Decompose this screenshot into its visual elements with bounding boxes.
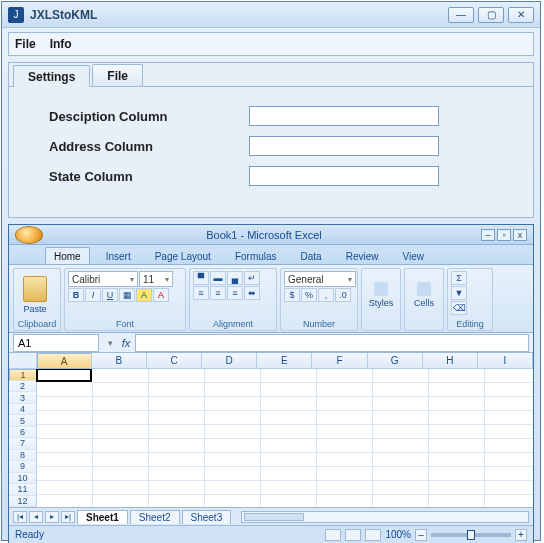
autosum-button[interactable]: Σ <box>451 271 467 285</box>
row-header-4[interactable]: 4 <box>9 404 37 415</box>
col-header-d[interactable]: D <box>202 353 257 368</box>
view-normal-button[interactable] <box>325 529 341 541</box>
fill-color-button[interactable]: A <box>136 288 152 302</box>
sheet-nav-next[interactable]: ▸ <box>45 511 59 523</box>
col-header-g[interactable]: G <box>368 353 423 368</box>
sheet-tabstrip: |◂ ◂ ▸ ▸| Sheet1 Sheet2 Sheet3 <box>9 507 533 525</box>
border-button[interactable]: ▦ <box>119 288 135 302</box>
excel-title: Book1 - Microsoft Excel <box>49 229 479 241</box>
bold-button[interactable]: B <box>68 288 84 302</box>
comma-button[interactable]: , <box>318 288 334 302</box>
align-left-button[interactable]: ≡ <box>193 286 209 300</box>
close-button[interactable]: ✕ <box>508 7 534 23</box>
ribbon-tab-home[interactable]: Home <box>45 247 90 264</box>
col-header-h[interactable]: H <box>423 353 478 368</box>
sheet-tab-2[interactable]: Sheet2 <box>130 510 180 524</box>
maximize-button[interactable]: ▢ <box>478 7 504 23</box>
excel-minimize-button[interactable]: – <box>481 229 495 241</box>
row-header-1[interactable]: 1 <box>9 369 37 381</box>
underline-button[interactable]: U <box>102 288 118 302</box>
col-header-b[interactable]: B <box>92 353 147 368</box>
row-header-10[interactable]: 10 <box>9 473 37 484</box>
horizontal-scrollbar[interactable] <box>241 511 529 523</box>
percent-button[interactable]: % <box>301 288 317 302</box>
group-label-number: Number <box>281 319 357 330</box>
fx-icon[interactable]: fx <box>117 337 135 349</box>
office-button[interactable] <box>15 226 43 244</box>
excel-close-button[interactable]: x <box>513 229 527 241</box>
font-color-button[interactable]: A <box>153 288 169 302</box>
col-header-a[interactable]: A <box>37 353 92 369</box>
ribbon-tab-formulas[interactable]: Formulas <box>227 248 285 264</box>
zoom-out-button[interactable]: – <box>415 529 427 541</box>
font-size-select[interactable]: 11▾ <box>139 271 173 287</box>
col-header-f[interactable]: F <box>312 353 367 368</box>
view-pagelayout-button[interactable] <box>345 529 361 541</box>
align-top-button[interactable]: ▀ <box>193 271 209 285</box>
menu-file[interactable]: File <box>15 37 36 51</box>
zoom-in-button[interactable]: + <box>515 529 527 541</box>
row-header-8[interactable]: 8 <box>9 450 37 461</box>
cells-button[interactable]: Cells <box>408 271 440 319</box>
menu-info[interactable]: Info <box>50 37 72 51</box>
number-format-select[interactable]: General▾ <box>284 271 356 287</box>
row-header-3[interactable]: 3 <box>9 392 37 403</box>
worksheet-grid[interactable]: A B C D E F G H I 1 2 3 4 5 6 7 8 <box>9 353 533 507</box>
ribbon-tab-insert[interactable]: Insert <box>98 248 139 264</box>
name-box-dropdown[interactable]: ▾ <box>103 338 117 348</box>
row-header-9[interactable]: 9 <box>9 461 37 472</box>
row-header-7[interactable]: 7 <box>9 438 37 449</box>
view-pagebreak-button[interactable] <box>365 529 381 541</box>
merge-button[interactable]: ⬌ <box>244 286 260 300</box>
state-column-input[interactable] <box>249 166 439 186</box>
sheet-nav-prev[interactable]: ◂ <box>29 511 43 523</box>
sheet-tab-3[interactable]: Sheet3 <box>182 510 232 524</box>
clear-button[interactable]: ⌫ <box>451 301 467 315</box>
align-bottom-button[interactable]: ▄ <box>227 271 243 285</box>
minimize-button[interactable]: — <box>448 7 474 23</box>
scrollbar-thumb[interactable] <box>244 513 304 521</box>
address-column-input[interactable] <box>249 136 439 156</box>
sheet-nav-first[interactable]: |◂ <box>13 511 27 523</box>
row-header-5[interactable]: 5 <box>9 415 37 426</box>
row-header-11[interactable]: 11 <box>9 484 37 495</box>
col-header-i[interactable]: I <box>478 353 533 368</box>
cells-icon <box>417 282 431 296</box>
excel-restore-button[interactable]: ▫ <box>497 229 511 241</box>
sheet-nav-last[interactable]: ▸| <box>61 511 75 523</box>
tab-file[interactable]: File <box>92 64 143 86</box>
ribbon-tab-pagelayout[interactable]: Page Layout <box>147 248 219 264</box>
ribbon-tab-view[interactable]: View <box>394 248 432 264</box>
italic-button[interactable]: I <box>85 288 101 302</box>
zoom-slider-thumb[interactable] <box>467 530 475 540</box>
cells-area[interactable] <box>37 369 533 507</box>
paste-button[interactable]: Paste <box>17 271 53 319</box>
description-column-input[interactable] <box>249 106 439 126</box>
zoom-slider[interactable] <box>431 533 511 537</box>
ribbon-group-styles: Styles <box>361 268 401 331</box>
status-ready: Ready <box>15 529 44 540</box>
cell-a1[interactable] <box>36 369 92 382</box>
row-header-6[interactable]: 6 <box>9 427 37 438</box>
fill-button[interactable]: ▼ <box>451 286 467 300</box>
col-header-e[interactable]: E <box>257 353 312 368</box>
select-all-corner[interactable] <box>9 353 37 368</box>
app-icon: J <box>8 7 24 23</box>
row-header-12[interactable]: 12 <box>9 496 37 507</box>
wrap-text-button[interactable]: ↵ <box>244 271 260 285</box>
name-box[interactable]: A1 <box>13 334 99 352</box>
ribbon-tab-data[interactable]: Data <box>293 248 330 264</box>
tab-settings[interactable]: Settings <box>13 65 90 87</box>
styles-button[interactable]: Styles <box>365 271 397 319</box>
currency-button[interactable]: $ <box>284 288 300 302</box>
font-name-select[interactable]: Calibri▾ <box>68 271 138 287</box>
increase-decimal-button[interactable]: .0 <box>335 288 351 302</box>
align-right-button[interactable]: ≡ <box>227 286 243 300</box>
formula-bar[interactable] <box>135 334 529 352</box>
sheet-tab-1[interactable]: Sheet1 <box>77 510 128 524</box>
col-header-c[interactable]: C <box>147 353 202 368</box>
row-header-2[interactable]: 2 <box>9 381 37 392</box>
ribbon-tab-review[interactable]: Review <box>338 248 387 264</box>
align-middle-button[interactable]: ▬ <box>210 271 226 285</box>
align-center-button[interactable]: ≡ <box>210 286 226 300</box>
